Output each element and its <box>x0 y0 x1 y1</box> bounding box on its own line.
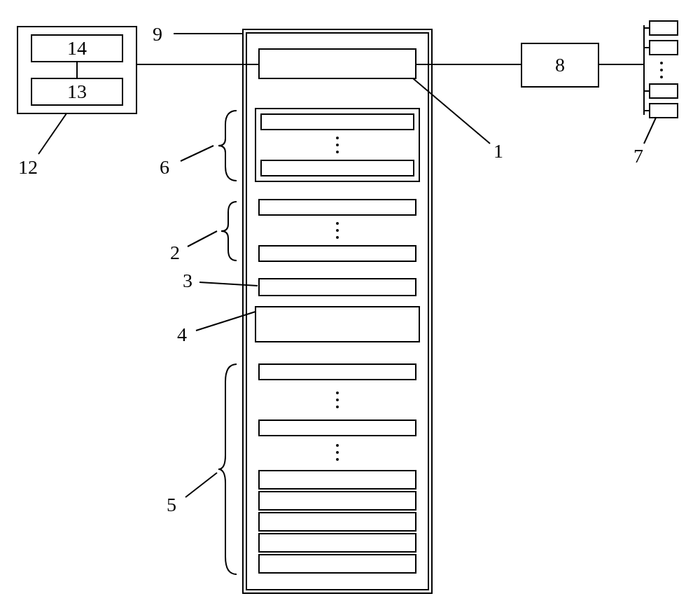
group-5-slot-d <box>259 492 416 510</box>
slot-4 <box>255 307 419 342</box>
svg-point-15 <box>336 458 339 461</box>
group-7-box-c <box>650 84 678 98</box>
group-5-slot-c <box>259 471 416 489</box>
leader-3 <box>200 282 258 286</box>
svg-point-8 <box>336 229 339 232</box>
label-12: 12 <box>18 156 38 178</box>
group-5-slot-b <box>259 420 416 436</box>
label-8: 8 <box>555 54 565 76</box>
svg-point-11 <box>336 398 339 401</box>
group-5-slot-g <box>259 555 416 573</box>
label-2: 2 <box>170 242 180 263</box>
label-3: 3 <box>183 270 192 291</box>
label-7: 7 <box>634 145 643 167</box>
group-5-slot-f <box>259 534 416 552</box>
group-6-slot-a <box>261 114 414 130</box>
svg-point-6 <box>336 151 339 153</box>
svg-point-18 <box>660 76 663 78</box>
svg-point-14 <box>336 451 339 454</box>
group-2-slot-a <box>259 200 416 215</box>
leader-2 <box>188 231 217 247</box>
rack-inner <box>246 33 428 590</box>
leader-1 <box>413 78 490 144</box>
label-4: 4 <box>177 324 187 345</box>
svg-point-17 <box>660 69 663 71</box>
label-13: 13 <box>67 81 87 102</box>
leader-6 <box>181 146 214 161</box>
svg-point-4 <box>336 137 339 139</box>
slot-1 <box>259 49 416 78</box>
svg-point-5 <box>336 144 339 146</box>
diagram-root: 14 13 12 9 6 2 3 4 5 1 8 7 <box>0 0 700 603</box>
brace-6 <box>218 111 237 181</box>
slot-3 <box>259 279 416 296</box>
leader-7 <box>644 118 656 144</box>
group-2-slot-b <box>259 246 416 261</box>
brace-2 <box>221 202 237 261</box>
leader-12 <box>38 113 66 154</box>
svg-point-9 <box>336 236 339 239</box>
group-5-slot-a <box>259 364 416 380</box>
brace-5 <box>218 364 237 574</box>
label-9: 9 <box>153 23 162 45</box>
label-6: 6 <box>160 156 169 178</box>
svg-point-10 <box>336 391 339 394</box>
label-14: 14 <box>67 37 87 59</box>
label-5: 5 <box>167 494 176 515</box>
group-7-box-d <box>650 104 678 118</box>
svg-point-13 <box>336 444 339 447</box>
text-labels: 14 13 12 9 6 2 3 4 5 1 8 7 <box>18 23 643 515</box>
group-6-slot-b <box>261 160 414 176</box>
svg-point-12 <box>336 406 339 408</box>
leader-5 <box>186 473 217 497</box>
group-7-box-a <box>650 21 678 35</box>
svg-point-7 <box>336 222 339 225</box>
svg-point-16 <box>660 62 663 64</box>
group-7-box-b <box>650 41 678 55</box>
group-5-slot-e <box>259 513 416 531</box>
label-1: 1 <box>493 140 503 162</box>
